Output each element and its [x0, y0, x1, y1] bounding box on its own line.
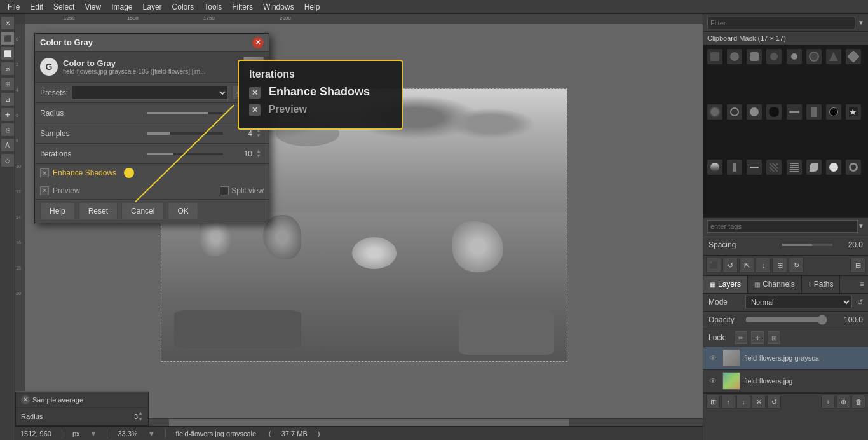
ok-button[interactable]: OK — [168, 203, 198, 219]
menu-filters[interactable]: Filters — [227, 1, 258, 13]
tool-select-rect[interactable]: ⬜ — [1, 47, 14, 60]
tool-refresh-btn[interactable]: ↻ — [789, 258, 804, 273]
brush-item[interactable] — [806, 160, 822, 175]
add-layer-btn2[interactable]: ⊕ — [836, 395, 850, 409]
iterations-down[interactable]: ▼ — [256, 154, 264, 159]
paths-tab[interactable]: ⌇ Paths — [802, 276, 841, 293]
iterations-slider[interactable] — [147, 153, 223, 155]
layer-eye-original[interactable]: 👁 — [707, 375, 719, 387]
brush-item[interactable] — [707, 104, 722, 120]
brush-item[interactable] — [747, 104, 762, 120]
menu-select[interactable]: Select — [48, 1, 79, 13]
sample-close-button[interactable]: ✕ — [21, 395, 30, 404]
brush-item[interactable] — [826, 160, 841, 175]
mode-reset-icon[interactable]: ↺ — [857, 298, 863, 306]
sample-radius-down[interactable]: ▼ — [138, 416, 143, 423]
menu-colors[interactable]: Colors — [167, 1, 200, 13]
tool-geo[interactable]: ◇ — [1, 154, 14, 167]
layers-tab[interactable]: ▦ Layers — [703, 276, 748, 293]
sample-radius-arrows[interactable]: ▲ ▼ — [138, 410, 143, 422]
new-layer-btn[interactable]: ↑ — [721, 395, 735, 409]
lock-move-icon[interactable]: ✛ — [751, 331, 764, 344]
brush-item[interactable] — [766, 104, 782, 120]
tool-paint-btn[interactable]: ⬛ — [706, 258, 721, 273]
brush-item[interactable]: ★ — [846, 104, 861, 120]
sample-radius-up[interactable]: ▲ — [138, 410, 143, 416]
preview-checkbox[interactable]: ✕ — [40, 186, 49, 195]
split-view-checkbox[interactable] — [220, 186, 229, 195]
iterations-arrows[interactable]: ▲ ▼ — [256, 149, 264, 159]
brush-item[interactable] — [846, 49, 861, 64]
brush-item[interactable] — [766, 160, 782, 175]
brush-item[interactable] — [826, 104, 841, 120]
panel-menu-icon[interactable]: ≡ — [856, 280, 868, 289]
tool-scale-btn[interactable]: ⇱ — [739, 258, 754, 273]
mode-select[interactable]: Normal — [745, 296, 852, 308]
brush-item[interactable] — [707, 49, 722, 64]
spacing-slider[interactable] — [782, 244, 832, 246]
brush-item[interactable] — [727, 104, 742, 120]
layer-item-original[interactable]: 👁 field-flowers.jpg — [703, 370, 868, 393]
menu-edit[interactable]: Edit — [25, 1, 48, 13]
filter-chevron[interactable]: ▼ — [858, 19, 864, 26]
opacity-slider[interactable] — [745, 315, 827, 325]
enhance-shadows-checkbox[interactable]: ✕ — [40, 168, 49, 177]
layer-reset-btn[interactable]: ↺ — [767, 395, 781, 409]
presets-select[interactable] — [72, 86, 228, 100]
brush-item[interactable] — [707, 160, 722, 175]
brush-item[interactable] — [766, 49, 782, 64]
menu-windows[interactable]: Windows — [258, 1, 299, 13]
dialog-close-button[interactable]: ✕ — [252, 37, 264, 48]
panel-expand[interactable]: ⊟ — [850, 258, 865, 273]
menu-image[interactable]: Image — [106, 1, 137, 13]
layer-eye-grayscale[interactable]: 👁 — [707, 352, 719, 364]
brush-item[interactable] — [747, 160, 762, 175]
menu-help[interactable]: Help — [299, 1, 325, 13]
tags-input[interactable] — [707, 220, 858, 233]
brush-item[interactable] — [806, 49, 822, 64]
tool-flip-btn[interactable]: ↕ — [756, 258, 771, 273]
menu-layer[interactable]: Layer — [138, 1, 167, 13]
delete-layer-btn[interactable]: ✕ — [752, 395, 766, 409]
layer-down-btn[interactable]: ↓ — [736, 395, 750, 409]
brush-item[interactable] — [826, 49, 841, 64]
cancel-button[interactable]: Cancel — [121, 203, 164, 219]
filter-input[interactable] — [707, 17, 855, 29]
samples-slider[interactable] — [147, 132, 223, 135]
samples-down[interactable]: ▼ — [256, 134, 264, 139]
menu-tools[interactable]: Tools — [199, 1, 227, 13]
brush-item[interactable] — [787, 160, 802, 175]
layer-item-grayscale[interactable]: 👁 field-flowers.jpg graysca — [703, 347, 868, 370]
panel-menu-button[interactable]: ≡ — [856, 276, 868, 293]
tool-clone[interactable]: ⎘ — [1, 123, 14, 136]
tool-grid-btn[interactable]: ⊞ — [772, 258, 787, 273]
tool-text[interactable]: A — [1, 139, 14, 151]
tool-heal[interactable]: ✚ — [1, 108, 14, 121]
tool-restore-btn[interactable]: ↺ — [722, 258, 738, 273]
lock-paint-icon[interactable]: ✏ — [735, 331, 747, 344]
brush-item[interactable] — [727, 160, 742, 175]
tool-lasso[interactable]: ⌀ — [1, 62, 14, 75]
tool-crop[interactable]: ⊞ — [1, 78, 14, 90]
menu-file[interactable]: File — [3, 1, 25, 13]
trash-btn[interactable]: 🗑 — [851, 395, 865, 409]
brush-item[interactable] — [747, 49, 762, 64]
channels-tab[interactable]: ▥ Channels — [748, 276, 802, 293]
add-mask-btn[interactable]: + — [821, 395, 835, 409]
brush-item[interactable] — [806, 104, 822, 120]
tags-chevron[interactable]: ▼ — [858, 223, 864, 230]
reset-button[interactable]: Reset — [79, 203, 118, 219]
tool-eyedrop[interactable]: ⊿ — [1, 93, 14, 106]
brush-item[interactable] — [787, 104, 802, 120]
lock-alpha-icon[interactable]: ⊞ — [768, 331, 780, 344]
brush-item[interactable] — [846, 160, 861, 175]
brush-item[interactable] — [787, 49, 802, 64]
help-button[interactable]: Help — [40, 203, 75, 219]
brush-item[interactable] — [727, 49, 742, 64]
menu-view[interactable]: View — [79, 1, 106, 13]
new-group-btn[interactable]: ⊞ — [706, 395, 720, 409]
tool-pointer[interactable]: ✕ — [1, 17, 14, 29]
radius-slider[interactable] — [147, 112, 223, 114]
tool-paint[interactable]: ⬛ — [1, 32, 14, 45]
expand-btn[interactable]: ⊟ — [850, 258, 865, 273]
